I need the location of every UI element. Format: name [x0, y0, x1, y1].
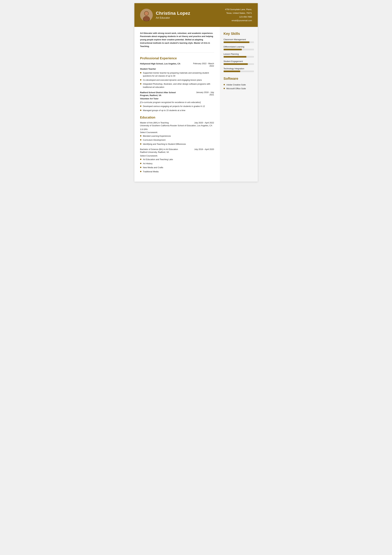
skill-bar-fill: [224, 49, 242, 50]
name: Christina Lopez: [156, 11, 190, 16]
key-skills-title: Key Skills: [224, 32, 254, 36]
resume-container: Christina Lopez Art Educator 4759 Sunnyd…: [134, 3, 258, 182]
software-item: Adobe Creative Suite: [224, 83, 254, 87]
software-list: Adobe Creative Suite Microsoft Office Su…: [224, 83, 254, 90]
job-title: Art Educator: [156, 16, 190, 19]
skill-bar-bg: [224, 49, 254, 50]
skill-technology-integration: Technology Integration: [224, 67, 254, 72]
job-2-org: Radford School District After School Pro…: [140, 91, 181, 97]
software-title: Software: [224, 77, 254, 81]
skill-bar-fill: [224, 71, 240, 72]
bullet-item: Supported mentor teacher by preparing ma…: [140, 71, 214, 78]
job-1: Hollywood High School, Los Angeles, CA F…: [140, 62, 214, 89]
degree-1-header: Master of Arts (MA) in Teaching July 202…: [140, 122, 214, 124]
professional-experience-title: Professional Experience: [140, 57, 214, 60]
coursework-item: Curriculum Development: [140, 139, 214, 142]
key-skills-section: Key Skills Classroom Management Differen…: [224, 32, 254, 72]
software-section: Software Adobe Creative Suite Microsoft …: [224, 77, 254, 90]
divider-1: [140, 52, 214, 53]
degree-1-coursework: Blended Learning Experiences Curriculum …: [140, 134, 214, 146]
degree-2-coursework: Art Education and Teaching Labs Art Hist…: [140, 158, 214, 173]
header-name-title: Christina Lopez Art Educator: [156, 11, 190, 19]
bullet-item: Developed various engaging art projects …: [140, 105, 214, 108]
email: email@youremail.com: [225, 19, 252, 22]
bullet-item: Integrated Photoshop, Illustrator, and o…: [140, 82, 214, 89]
summary: Art Educator with strong recent work, vo…: [140, 32, 214, 48]
phone: 123-456-7890: [225, 15, 252, 19]
header-left: Christina Lopez Art Educator: [140, 9, 190, 21]
degree-1-school: University of Southern California Rossie…: [140, 124, 214, 127]
skill-name: Classroom Management: [224, 38, 254, 41]
skill-classroom-management: Classroom Management: [224, 38, 254, 43]
degree-1: Master of Arts (MA) in Teaching July 202…: [140, 122, 214, 146]
software-item: Microsoft Office Suite: [224, 87, 254, 90]
degree-1-name: Master of Arts (MA) in Teaching: [140, 122, 169, 124]
job-2-date: January 2018 - July2021: [196, 91, 214, 96]
skill-name: Technology Integration: [224, 67, 254, 70]
bullet-item: Managed groups of up to 15 students at a…: [140, 109, 214, 112]
job-2-header: Radford School District After School Pro…: [140, 91, 214, 97]
degree-2: Bachelor of Science (BA) in Art Educatio…: [140, 148, 214, 173]
degree-2-school: Radford University, Radford, VA: [140, 151, 214, 154]
job-2-bullets: Developed various engaging art projects …: [140, 105, 214, 112]
coursework-item: Art Education and Teaching Labs: [140, 158, 214, 161]
skill-lesson-planning: Lesson Planning: [224, 53, 254, 58]
contact-info: 4759 Sunnydale Lane, Plano, Texas, Unite…: [225, 7, 252, 22]
coursework-item: Traditional Media: [140, 170, 214, 173]
bullet-item: Co-developed and executed dynamic and en…: [140, 79, 214, 82]
svg-point-4: [143, 16, 150, 21]
skill-bar-fill: [224, 56, 246, 58]
skill-name: Student Engagement: [224, 60, 254, 63]
coursework-item: Art History: [140, 162, 214, 165]
degree-1-date: July 2020 - April 2022: [194, 122, 214, 124]
skill-bar-fill: [224, 63, 248, 65]
skill-differentiated-learning: Differentiated Learning: [224, 45, 254, 50]
degree-2-date: July 2016 - April 2020: [194, 148, 214, 150]
address-line2: Texas, United States, 75071: [225, 11, 252, 15]
degree-1-gpa: 3.9 GPA: [140, 128, 214, 131]
job-1-org: Hollywood High School, Los Angeles, CA: [140, 62, 180, 65]
job-1-role: Student Teacher: [140, 68, 214, 70]
job-1-date: February 2022 - March2022: [193, 62, 214, 67]
professional-experience-section: Professional Experience Hollywood High S…: [140, 57, 214, 112]
body: Art Educator with strong recent work, vo…: [134, 27, 258, 182]
job-2: Radford School District After School Pro…: [140, 91, 214, 112]
skill-bar-bg: [224, 41, 254, 43]
job-1-bullets: Supported mentor teacher by preparing ma…: [140, 71, 214, 89]
skill-bar-bg: [224, 71, 254, 72]
svg-point-3: [144, 12, 148, 15]
address-line1: 4759 Sunnydale Lane, Plano,: [225, 7, 252, 11]
coursework-item: Identifying and Teaching to Student Diff…: [140, 143, 214, 146]
degree-2-header: Bachelor of Science (BA) in Art Educatio…: [140, 148, 214, 150]
header: Christina Lopez Art Educator 4759 Sunnyd…: [134, 3, 258, 27]
skill-bar-bg: [224, 63, 254, 65]
coursework-item: New Media and Crafts: [140, 166, 214, 169]
education-title: Education: [140, 116, 214, 119]
degree-2-coursework-label: Select Coursework:: [140, 154, 214, 157]
job-2-role: Volunteer Art Tutor: [140, 97, 214, 100]
skill-name: Lesson Planning: [224, 53, 254, 55]
coursework-item: Blended Learning Experiences: [140, 134, 214, 138]
skill-name: Differentiated Learning: [224, 45, 254, 48]
skill-bar-fill: [224, 41, 249, 43]
degree-1-coursework-label: Select Coursework:: [140, 131, 214, 133]
job-1-header: Hollywood High School, Los Angeles, CA F…: [140, 62, 214, 67]
main-column: Art Educator with strong recent work, vo…: [134, 27, 220, 182]
job-2-note: [Co-curricular program recognized for ex…: [140, 101, 214, 103]
skill-student-engagement: Student Engagement: [224, 60, 254, 65]
skill-bar-bg: [224, 56, 254, 58]
education-section: Education Master of Arts (MA) in Teachin…: [140, 116, 214, 173]
degree-2-name: Bachelor of Science (BA) in Art Educatio…: [140, 148, 178, 150]
side-column: Key Skills Classroom Management Differen…: [220, 27, 258, 182]
avatar: [140, 9, 153, 21]
